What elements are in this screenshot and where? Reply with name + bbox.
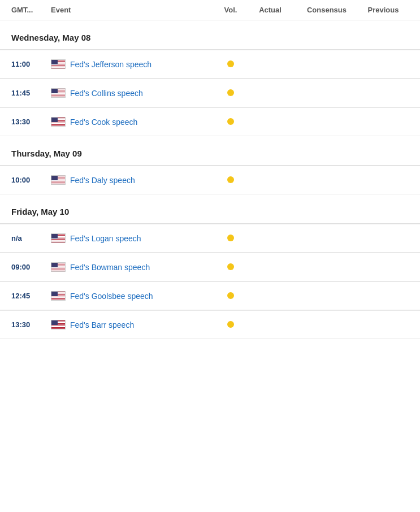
table-row: 10:00Fed's Daly speech bbox=[0, 166, 420, 194]
table-row: 12:45Fed's Goolsbee speech bbox=[0, 281, 420, 310]
us-flag-icon bbox=[51, 59, 66, 69]
event-time: 11:00 bbox=[11, 60, 51, 68]
table-row: 13:30Fed's Cook speech bbox=[0, 107, 420, 136]
event-time: n/a bbox=[11, 234, 51, 242]
event-name[interactable]: Fed's Goolsbee speech bbox=[70, 292, 217, 301]
event-name-cell: Fed's Barr speech bbox=[51, 320, 217, 329]
event-name[interactable]: Fed's Collins speech bbox=[70, 89, 217, 98]
event-group-friday: n/aFed's Logan speech09:00Fed's Bowman s… bbox=[0, 223, 420, 339]
us-flag-icon bbox=[51, 262, 66, 272]
event-name-cell: Fed's Jefferson speech bbox=[51, 59, 217, 69]
volatility-dot bbox=[227, 60, 234, 67]
event-name[interactable]: Fed's Barr speech bbox=[70, 320, 217, 329]
event-time: 11:45 bbox=[11, 89, 51, 97]
vol-cell bbox=[217, 89, 245, 98]
us-flag-icon bbox=[51, 175, 66, 185]
us-flag-icon bbox=[51, 291, 66, 301]
vol-cell bbox=[217, 176, 245, 185]
event-name-cell: Fed's Goolsbee speech bbox=[51, 291, 217, 301]
header-vol: Vol. bbox=[217, 6, 245, 14]
table-row: 11:00Fed's Jefferson speech bbox=[0, 50, 420, 79]
table-row: n/aFed's Logan speech bbox=[0, 224, 420, 253]
table-row: 09:00Fed's Bowman speech bbox=[0, 253, 420, 281]
header-previous: Previous bbox=[358, 6, 409, 14]
us-flag-icon bbox=[51, 117, 66, 127]
day-header-thursday: Thursday, May 09 bbox=[0, 136, 420, 165]
volatility-dot bbox=[227, 263, 234, 270]
table-header: GMT... Event Vol. Actual Consensus Previ… bbox=[0, 0, 420, 20]
event-name[interactable]: Fed's Jefferson speech bbox=[70, 60, 217, 69]
content-area: Wednesday, May 0811:00Fed's Jefferson sp… bbox=[0, 20, 420, 339]
event-time: 13:30 bbox=[11, 320, 51, 329]
header-event: Event bbox=[51, 6, 217, 14]
volatility-dot bbox=[227, 118, 234, 125]
volatility-dot bbox=[227, 292, 234, 299]
vol-cell bbox=[217, 320, 245, 329]
event-name-cell: Fed's Bowman speech bbox=[51, 262, 217, 272]
event-name[interactable]: Fed's Logan speech bbox=[70, 234, 217, 243]
event-time: 13:30 bbox=[11, 118, 51, 126]
event-group-thursday: 10:00Fed's Daly speech bbox=[0, 165, 420, 194]
header-actual: Actual bbox=[245, 6, 296, 14]
event-time: 12:45 bbox=[11, 292, 51, 300]
volatility-dot bbox=[227, 235, 234, 241]
day-header-friday: Friday, May 10 bbox=[0, 194, 420, 223]
vol-cell bbox=[217, 60, 245, 69]
header-consensus: Consensus bbox=[296, 6, 358, 14]
volatility-dot bbox=[227, 321, 234, 328]
table-row: 11:45Fed's Collins speech bbox=[0, 79, 420, 107]
table-row: 13:30Fed's Barr speech bbox=[0, 310, 420, 339]
event-name-cell: Fed's Logan speech bbox=[51, 233, 217, 243]
vol-cell bbox=[217, 292, 245, 301]
volatility-dot bbox=[227, 89, 234, 96]
event-name[interactable]: Fed's Daly speech bbox=[70, 176, 217, 185]
day-header-wednesday: Wednesday, May 08 bbox=[0, 20, 420, 49]
event-name[interactable]: Fed's Bowman speech bbox=[70, 263, 217, 272]
event-name-cell: Fed's Cook speech bbox=[51, 117, 217, 127]
event-time: 10:00 bbox=[11, 176, 51, 184]
event-time: 09:00 bbox=[11, 263, 51, 271]
event-group-wednesday: 11:00Fed's Jefferson speech11:45Fed's Co… bbox=[0, 49, 420, 136]
event-name-cell: Fed's Collins speech bbox=[51, 88, 217, 98]
vol-cell bbox=[217, 263, 245, 272]
us-flag-icon bbox=[51, 233, 66, 243]
event-name[interactable]: Fed's Cook speech bbox=[70, 118, 217, 127]
us-flag-icon bbox=[51, 88, 66, 98]
volatility-dot bbox=[227, 176, 234, 183]
vol-cell bbox=[217, 234, 245, 243]
us-flag-icon bbox=[51, 320, 66, 329]
header-gmt: GMT... bbox=[11, 6, 51, 14]
vol-cell bbox=[217, 118, 245, 127]
event-name-cell: Fed's Daly speech bbox=[51, 175, 217, 185]
